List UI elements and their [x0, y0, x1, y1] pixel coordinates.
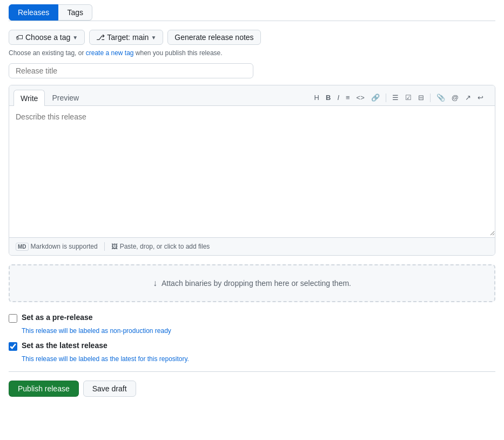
target-label: Target: [107, 33, 130, 42]
save-draft-button[interactable]: Save draft [83, 381, 136, 397]
tabs-row: Releases Tags [9, 4, 495, 21]
toolbar-strikethrough-button[interactable]: ⊟ [415, 92, 427, 103]
upload-files-area[interactable]: 🖼 Paste, drop, or click to add files [111, 243, 210, 250]
image-icon: 🖼 [111, 243, 118, 250]
toolbar-bold-button[interactable]: B [323, 92, 333, 103]
markdown-text: Markdown is supported [31, 243, 98, 250]
choose-tag-button[interactable]: 🏷 Choose a tag ▼ [9, 30, 85, 45]
toolbar-separator-2 [430, 94, 431, 102]
latest-release-desc: This release will be labeled as the late… [22, 355, 495, 363]
toolbar-unordered-list-button[interactable]: ☰ [389, 92, 401, 103]
editor-toolbar: H B I ≡ <> 🔗 ☰ ☑ ⊟ 📎 @ ↗ ↩ [307, 90, 490, 105]
tab-releases[interactable]: Releases [9, 4, 58, 21]
helper-text: Choose an existing tag, or create a new … [9, 49, 495, 57]
target-value: main [132, 33, 149, 42]
pre-release-checkbox[interactable] [9, 314, 17, 323]
divider [9, 371, 495, 372]
latest-release-label[interactable]: Set as the latest release [22, 341, 107, 350]
latest-release-row: Set as the latest release [9, 341, 495, 351]
toolbar-heading-button[interactable]: H [312, 92, 322, 103]
toolbar-italic-button[interactable]: I [334, 92, 342, 103]
toolbar-reference-button[interactable]: ↗ [462, 92, 474, 103]
editor-tab-group: Write Preview [14, 90, 86, 105]
chevron-down-icon-target: ▼ [151, 35, 156, 41]
tab-write[interactable]: Write [14, 90, 45, 106]
pre-release-row: Set as a pre-release [9, 313, 495, 323]
toolbar-ordered-list-button[interactable]: ≡ [343, 92, 353, 103]
markdown-support-label: MD Markdown is supported [16, 243, 98, 251]
tab-preview[interactable]: Preview [45, 90, 86, 105]
release-title-input[interactable] [9, 63, 253, 78]
controls-row: 🏷 Choose a tag ▼ ⎇ Target: main ▼ Genera… [9, 30, 495, 45]
toolbar-separator-1 [386, 94, 386, 102]
latest-release-checkbox[interactable] [9, 342, 17, 351]
toolbar-undo-button[interactable]: ↩ [475, 92, 486, 103]
toolbar-mention-button[interactable]: @ [449, 92, 461, 103]
choose-tag-label: Choose a tag [25, 33, 70, 42]
chevron-down-icon: ▼ [72, 35, 78, 41]
checkbox-section: Set as a pre-release This release will b… [9, 313, 495, 363]
toolbar-code-button[interactable]: <> [354, 92, 367, 103]
footer-separator [104, 242, 105, 251]
tab-tags[interactable]: Tags [58, 4, 92, 21]
action-row: Publish release Save draft [9, 381, 495, 397]
target-button[interactable]: ⎇ Target: main ▼ [89, 30, 163, 45]
generate-release-notes-button[interactable]: Generate release notes [167, 30, 260, 45]
editor-container: Write Preview H B I ≡ <> 🔗 ☰ ☑ ⊟ 📎 @ ↗ ↩… [9, 85, 495, 256]
editor-body [9, 106, 495, 237]
attach-binaries-zone[interactable]: ↓ Attach binaries by dropping them here … [9, 264, 495, 302]
toolbar-task-list-button[interactable]: ☑ [402, 92, 414, 103]
create-tag-link[interactable]: create a new tag [86, 49, 134, 57]
editor-tabs-row: Write Preview H B I ≡ <> 🔗 ☰ ☑ ⊟ 📎 @ ↗ ↩ [9, 85, 495, 106]
attach-text: Attach binaries by dropping them here or… [162, 279, 351, 288]
description-textarea[interactable] [9, 106, 495, 236]
pre-release-desc: This release will be labeled as non-prod… [22, 327, 495, 335]
tag-icon: 🏷 [16, 33, 23, 42]
upload-text: Paste, drop, or click to add files [120, 243, 210, 250]
download-icon: ↓ [153, 278, 157, 288]
branch-icon: ⎇ [96, 33, 105, 42]
markdown-badge: MD [16, 243, 29, 251]
pre-release-label[interactable]: Set as a pre-release [22, 313, 93, 322]
toolbar-attach-button[interactable]: 📎 [434, 92, 448, 103]
editor-footer: MD Markdown is supported 🖼 Paste, drop, … [9, 237, 495, 255]
toolbar-link-button[interactable]: 🔗 [368, 92, 382, 103]
publish-release-button[interactable]: Publish release [9, 381, 79, 397]
